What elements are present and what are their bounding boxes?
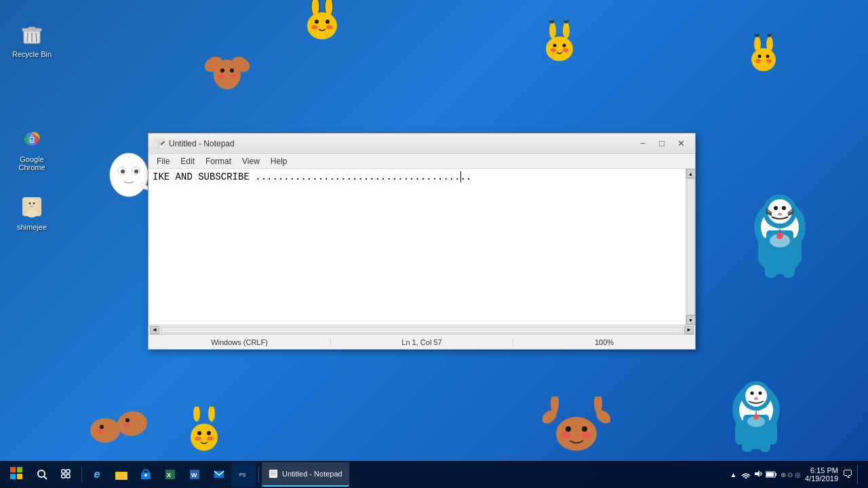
svg-rect-2 <box>28 27 35 29</box>
notepad-titlebar[interactable]: Untitled - Notepad − □ ✕ <box>149 134 695 154</box>
svg-point-113 <box>759 392 762 395</box>
svg-text:W: W <box>191 472 197 479</box>
store-button[interactable] <box>134 462 158 487</box>
ghost-character-left <box>105 149 153 203</box>
svg-point-47 <box>754 37 761 52</box>
svg-point-53 <box>766 55 770 58</box>
search-icon <box>37 469 47 480</box>
recycle-bin-icon[interactable]: Recycle Bin <box>8 20 56 58</box>
notification-chevron[interactable]: ▲ <box>730 471 737 479</box>
svg-marker-33 <box>548 20 555 24</box>
svg-point-62 <box>774 206 778 210</box>
file-explorer-button[interactable] <box>109 462 134 487</box>
scroll-right-button[interactable]: ► <box>684 326 694 334</box>
shimejee-label: shimejee <box>17 223 47 231</box>
volume-icon[interactable] <box>753 469 763 481</box>
search-button[interactable] <box>30 462 54 487</box>
svg-point-26 <box>203 54 225 75</box>
svg-point-32 <box>549 22 556 39</box>
word-button[interactable]: W <box>182 462 207 487</box>
svg-point-105 <box>207 436 214 441</box>
svg-point-52 <box>758 55 762 58</box>
store-icon <box>140 469 151 480</box>
svg-rect-132 <box>10 474 16 479</box>
google-chrome-icon[interactable]: Google Chrome <box>8 125 56 171</box>
svg-point-25 <box>214 60 241 89</box>
file-explorer-icon <box>115 469 127 480</box>
system-icons <box>741 469 776 481</box>
ie-button[interactable]: e <box>85 462 109 487</box>
tray-extra-icons[interactable]: ⊕ ⊙ ◎ <box>781 471 802 479</box>
svg-point-56 <box>754 200 806 254</box>
shimejee-image <box>18 193 45 220</box>
svg-point-12 <box>27 199 37 209</box>
svg-point-18 <box>325 0 333 16</box>
scroll-down-button[interactable]: ▼ <box>686 315 696 325</box>
svg-point-49 <box>766 37 773 52</box>
scroll-track[interactable] <box>687 178 695 315</box>
svg-point-24 <box>326 25 333 29</box>
svg-point-61 <box>781 204 787 211</box>
maximize-button[interactable]: □ <box>653 137 671 150</box>
svg-point-122 <box>753 414 759 420</box>
menu-edit[interactable]: Edit <box>175 155 200 167</box>
task-view-button[interactable] <box>54 462 79 487</box>
powershell-button[interactable]: PS <box>231 462 256 487</box>
status-zoom: 100% <box>513 338 695 346</box>
svg-rect-160 <box>766 472 774 476</box>
svg-point-36 <box>546 37 573 61</box>
shimejee-icon[interactable]: shimejee <box>8 193 56 231</box>
svg-point-31 <box>230 74 237 78</box>
svg-point-93 <box>100 425 104 429</box>
svg-point-23 <box>311 25 318 29</box>
svg-marker-35 <box>563 20 570 24</box>
menu-file[interactable]: File <box>151 155 175 167</box>
svg-marker-157 <box>755 470 760 477</box>
svg-rect-72 <box>766 230 793 261</box>
battery-icon[interactable] <box>766 470 776 480</box>
chrome-image <box>18 125 45 152</box>
pikachu-top-center <box>292 0 346 47</box>
taskbar-notepad-icon <box>269 469 278 479</box>
vertical-scrollbar[interactable]: ▲ ▼ <box>686 169 695 325</box>
svg-point-95 <box>97 430 104 434</box>
desktop: Recycle Bin Google Chrome <box>0 0 868 488</box>
scroll-up-button[interactable]: ▲ <box>686 169 696 178</box>
menu-format[interactable]: Format <box>200 155 237 167</box>
close-button[interactable]: ✕ <box>672 137 690 150</box>
svg-point-121 <box>747 416 765 427</box>
system-clock[interactable]: 6:15 PM 4/19/2019 <box>805 466 838 483</box>
svg-rect-136 <box>62 470 65 473</box>
menu-help[interactable]: Help <box>265 155 293 167</box>
mail-icon <box>214 469 224 480</box>
svg-line-68 <box>788 213 793 216</box>
svg-rect-130 <box>10 467 16 472</box>
svg-point-83 <box>566 426 571 432</box>
status-encoding: Windows (CRLF) <box>149 338 331 346</box>
start-button[interactable] <box>3 461 30 488</box>
svg-rect-131 <box>17 467 22 472</box>
mail-button[interactable] <box>207 462 231 487</box>
show-desktop-button[interactable] <box>857 464 860 485</box>
notification-icon[interactable]: 🗨 <box>842 468 853 481</box>
svg-point-41 <box>110 153 148 197</box>
menu-view[interactable]: View <box>237 155 265 167</box>
taskbar-notepad-button[interactable]: Untitled - Notepad <box>262 462 349 487</box>
svg-rect-74 <box>791 237 802 264</box>
svg-rect-133 <box>17 474 22 479</box>
network-icon[interactable] <box>741 469 751 481</box>
excel-button[interactable]: X <box>158 462 182 487</box>
svg-point-14 <box>29 203 31 205</box>
status-position: Ln 1, Col 57 <box>331 338 513 346</box>
raichu-bottom-left <box>88 400 156 454</box>
notepad-text-area[interactable]: IKE AND SUBSCRIBE ......................… <box>149 169 686 325</box>
svg-point-81 <box>594 407 610 426</box>
svg-point-106 <box>732 384 780 436</box>
horizontal-scrollbar[interactable]: ◄ ► <box>149 325 695 334</box>
clock-time: 6:15 PM <box>810 466 838 474</box>
scroll-left-button[interactable]: ◄ <box>150 326 159 334</box>
hscroll-track[interactable] <box>161 327 683 333</box>
svg-point-111 <box>757 390 763 395</box>
minimize-button[interactable]: − <box>634 137 652 150</box>
svg-rect-138 <box>62 474 65 478</box>
